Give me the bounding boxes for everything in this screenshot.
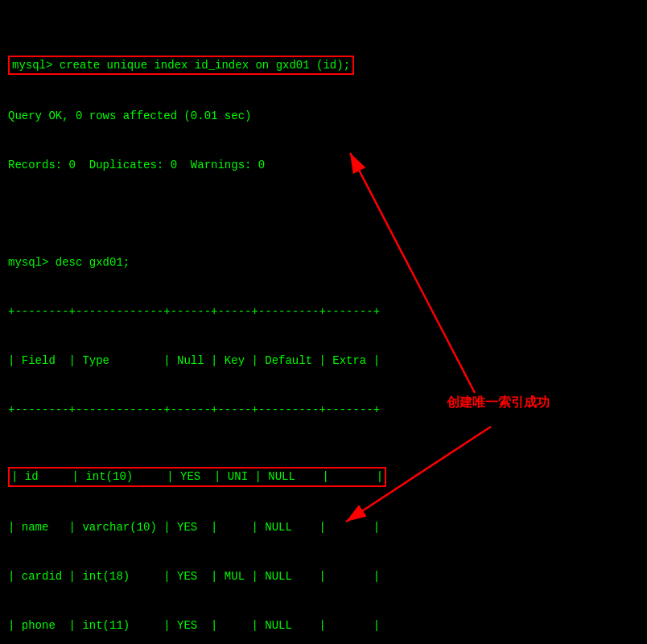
line-3: Records: 0 Duplicates: 0 Warnings: 0 [8, 157, 639, 173]
line-4 [8, 206, 639, 222]
annotation-text: 创建唯一索引成功 [447, 394, 550, 411]
line-6: +--------+-------------+------+-----+---… [8, 303, 639, 320]
highlight-command: mysql> create unique index id_index on g… [8, 56, 354, 75]
line-2: Query OK, 0 rows affected (0.01 sec) [8, 108, 639, 124]
line-11: | cardid | int(18) | YES | MUL | NULL | … [8, 568, 639, 584]
highlight-id-row: | id | int(10) | YES | UNI | NULL | | [8, 467, 386, 486]
line-10: | name | varchar(10) | YES | | NULL | | [8, 519, 639, 535]
line-9: | id | int(10) | YES | UNI | NULL | | [8, 467, 639, 486]
line-1: mysql> create unique index id_index on g… [8, 56, 639, 75]
line-12: | phone | int(11) | YES | | NULL | | [8, 617, 639, 634]
terminal: mysql> create unique index id_index on g… [0, 0, 647, 644]
line-5: mysql> desc gxd01; [8, 254, 639, 270]
line-7: | Field | Type | Null | Key | Default | … [8, 353, 639, 369]
